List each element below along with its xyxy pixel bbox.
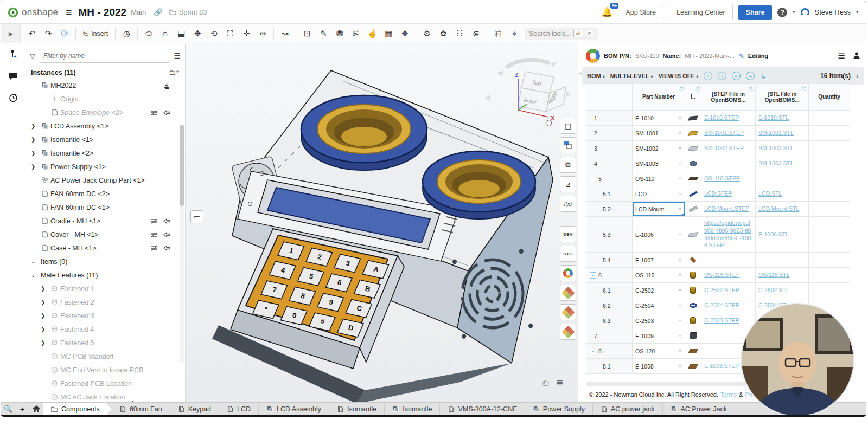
center-mate-icon[interactable]: ✛	[239, 27, 253, 41]
learning-center-button[interactable]: Learning Center	[669, 5, 733, 20]
move-part-icon[interactable]: ✥	[190, 27, 205, 41]
tab-lcd[interactable]: LCD	[219, 403, 259, 415]
terms-link[interactable]: Terms	[720, 391, 737, 398]
document-menu-icon[interactable]: ≡	[66, 7, 72, 18]
list-view-icon[interactable]: ☰	[174, 51, 181, 60]
tree-item[interactable]: ❯Fastened 1	[25, 282, 185, 295]
cell-caret-icon[interactable]: ▼	[678, 131, 682, 135]
quantity-cell[interactable]	[809, 111, 850, 126]
row-number-cell[interactable]: 6.2	[586, 298, 633, 313]
bom-column-header[interactable]: [STEP File in OpenBOMS...▾	[701, 83, 756, 111]
mate-connector-add-icon[interactable]: +	[1, 43, 25, 65]
cell-caret-icon[interactable]: ▼	[678, 334, 682, 338]
stl-file-cell[interactable]: E-1010.STL	[756, 111, 809, 126]
tree-item[interactable]: Cover - MH <1>	[25, 228, 185, 241]
bom-column-header[interactable]: [STL File in OpenBOMS...▾	[756, 83, 809, 111]
tree-item[interactable]: ❯Fastened 5	[25, 336, 185, 350]
part-number-cell[interactable]: E-1010▼	[633, 111, 685, 126]
configurations-icon[interactable]: ⊿	[560, 176, 576, 192]
stl-file-cell[interactable]: C-2502.STL	[756, 283, 809, 298]
user-avatar[interactable]	[801, 8, 809, 17]
part-number-cell[interactable]: E-1007▼	[633, 253, 685, 268]
collapse-row-icon[interactable]: −	[590, 348, 596, 354]
tab-power-supply[interactable]: Power Supply	[525, 403, 593, 415]
notifications-bell-icon[interactable]: 🔔9+	[601, 7, 612, 18]
bom-menu-icon[interactable]: ☰	[838, 51, 845, 61]
step-file-link[interactable]: C-2504.STEP	[704, 302, 739, 309]
isometric-view-icon[interactable]: ⬡	[545, 118, 552, 128]
part-number-cell[interactable]: SM-1002▼	[633, 141, 685, 156]
view-cube[interactable]: Top Front Right Z X	[485, 60, 571, 121]
arrow-icon[interactable]	[163, 218, 171, 224]
comment-icon[interactable]	[1, 65, 25, 87]
stg-app-icon[interactable]: STG	[560, 246, 576, 262]
cell-caret-icon[interactable]: ▼	[678, 233, 682, 236]
hide-part-icon[interactable]: ⬭	[142, 27, 156, 41]
mirror-icon[interactable]: ⇹	[256, 27, 270, 41]
stl-file-cell[interactable]: SM-1001.STL	[756, 126, 809, 141]
box-select-icon[interactable]: ⊡	[300, 27, 314, 41]
stl-file-cell[interactable]	[756, 253, 809, 268]
tree-item[interactable]: MC PCB Standoff	[25, 350, 185, 363]
search-tools[interactable]: Search tools... alt C	[525, 28, 598, 40]
move-left-icon[interactable]: ←	[732, 72, 741, 80]
app-store-button[interactable]: App Store	[618, 5, 663, 20]
part-number-cell[interactable]: C-2503▼	[633, 313, 685, 328]
versions-icon[interactable]: ◷	[119, 27, 133, 41]
step-file-link[interactable]: https://apidev.opefb0d-4bb6-9d23-ebfb0dc…	[704, 220, 752, 249]
tree-section[interactable]: ⌄Items (0)	[25, 255, 185, 268]
bom-row[interactable]: 3SM-1002▼SM-1002.STEPSM-1002.STL	[586, 141, 858, 156]
move-right-icon[interactable]: →	[746, 72, 755, 80]
exploded-view-icon[interactable]	[560, 137, 576, 153]
step-file-cell[interactable]: SM-1001.STEP	[701, 126, 756, 141]
stl-file-cell[interactable]: SM-1003.STL	[756, 156, 809, 171]
app-icon-2[interactable]	[560, 304, 576, 320]
step-file-link[interactable]: E-1008.STEP	[704, 363, 739, 370]
bom-column-header[interactable]: Part Number▾	[633, 83, 685, 111]
search-parts-icon[interactable]: ⌖	[507, 27, 521, 41]
undo-icon[interactable]: ↶	[25, 27, 39, 41]
tree-item[interactable]: ❯Fastened 2	[25, 295, 185, 309]
add-folder-icon[interactable]: 🗀⁺	[169, 68, 180, 76]
bom-row[interactable]: 4SM-1003▼SM-1003.STL	[586, 156, 858, 171]
hidden-icon[interactable]	[150, 245, 158, 251]
user-name[interactable]: Steve Hess	[815, 8, 851, 16]
tab-ac-power-jack[interactable]: AC Power Jack	[663, 403, 735, 415]
cell-caret-icon[interactable]: ▼	[678, 288, 682, 292]
stl-file-link[interactable]: LCD.STL	[758, 190, 782, 198]
return-icon[interactable]: ↳	[760, 72, 766, 80]
variables-icon[interactable]: f(x)	[560, 196, 576, 212]
bom-flyout-button[interactable]: ≔	[190, 210, 203, 223]
cell-caret-icon[interactable]: ▼	[678, 207, 682, 211]
step-file-cell[interactable]: E-1010.STEP	[701, 111, 756, 126]
replicate-icon[interactable]: ⎘	[349, 27, 363, 41]
quantity-cell[interactable]	[809, 171, 850, 186]
toggle-icon[interactable]: ⋐	[469, 27, 483, 41]
expand-arrow-icon[interactable]: ❯	[31, 150, 40, 156]
quantity-cell[interactable]	[809, 141, 850, 156]
cell-caret-icon[interactable]: ▼	[678, 192, 682, 196]
arrow-icon[interactable]	[163, 245, 171, 251]
drawing-icon[interactable]: ⎗	[491, 27, 505, 41]
expand-arrow-icon[interactable]: ⌄	[31, 259, 40, 264]
tree-item[interactable]: Origin	[25, 92, 185, 106]
part-number-cell[interactable]: LCD▼	[633, 186, 685, 202]
stl-file-cell[interactable]: LCD Mount.STL	[756, 202, 809, 217]
measure-curve-icon[interactable]: ↝	[278, 27, 292, 41]
filter-icon[interactable]: ▽	[30, 52, 35, 60]
tree-item[interactable]: Fastened PCB Location	[25, 377, 185, 390]
tab-vms-300a-12-cnf[interactable]: VMS-300A-12-CNF	[440, 403, 525, 415]
print-icon[interactable]: ⎙	[542, 378, 548, 388]
row-number-cell[interactable]: 8.1	[586, 359, 633, 374]
step-file-link[interactable]: SM-1002.STEP	[704, 145, 744, 152]
hidden-icon[interactable]	[150, 218, 158, 224]
part-thumbnail-cell[interactable]	[685, 313, 701, 328]
hidden-icon[interactable]	[150, 231, 158, 238]
column-menu-icon[interactable]: ▾	[679, 86, 684, 91]
bom-row[interactable]: −5OS-110▼OS-110.STEP	[586, 171, 858, 186]
openbom-app-icon[interactable]	[560, 265, 576, 281]
column-menu-icon[interactable]: ▾	[695, 86, 700, 91]
part-thumbnail-cell[interactable]	[685, 171, 701, 186]
bom-row[interactable]: 5.4E-1007▼	[586, 253, 858, 268]
expand-arrow-icon[interactable]: ❯	[31, 123, 40, 129]
